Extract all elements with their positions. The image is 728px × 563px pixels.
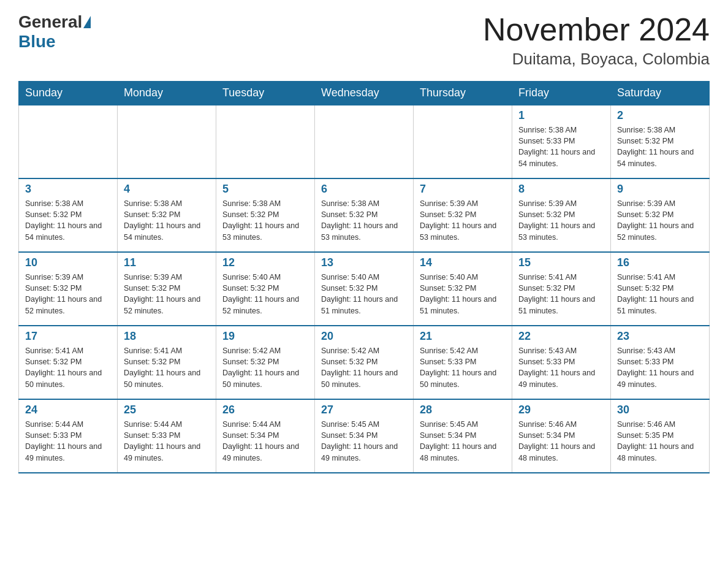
day-info: Sunrise: 5:38 AM Sunset: 5:32 PM Dayligh… bbox=[222, 198, 308, 243]
calendar-week-row: 10Sunrise: 5:39 AM Sunset: 5:32 PM Dayli… bbox=[19, 252, 710, 326]
day-number: 27 bbox=[321, 404, 407, 416]
day-number: 28 bbox=[420, 404, 506, 416]
day-number: 8 bbox=[518, 183, 604, 196]
day-number: 20 bbox=[321, 330, 407, 343]
calendar-cell: 14Sunrise: 5:40 AM Sunset: 5:32 PM Dayli… bbox=[414, 252, 512, 326]
logo: General Blue bbox=[18, 12, 92, 52]
calendar-cell: 26Sunrise: 5:44 AM Sunset: 5:34 PM Dayli… bbox=[216, 399, 315, 473]
day-info: Sunrise: 5:41 AM Sunset: 5:32 PM Dayligh… bbox=[124, 345, 210, 390]
calendar-cell bbox=[216, 105, 315, 178]
calendar-cell: 2Sunrise: 5:38 AM Sunset: 5:32 PM Daylig… bbox=[611, 105, 710, 178]
calendar-cell: 22Sunrise: 5:43 AM Sunset: 5:33 PM Dayli… bbox=[512, 326, 611, 399]
calendar-cell: 17Sunrise: 5:41 AM Sunset: 5:32 PM Dayli… bbox=[19, 326, 118, 399]
day-number: 6 bbox=[321, 183, 407, 196]
logo-general-text: General bbox=[18, 12, 82, 32]
calendar-cell: 7Sunrise: 5:39 AM Sunset: 5:32 PM Daylig… bbox=[414, 178, 512, 252]
col-header-friday: Friday bbox=[512, 82, 611, 105]
day-info: Sunrise: 5:43 AM Sunset: 5:33 PM Dayligh… bbox=[518, 345, 604, 390]
day-info: Sunrise: 5:38 AM Sunset: 5:32 PM Dayligh… bbox=[124, 198, 210, 243]
calendar-cell: 13Sunrise: 5:40 AM Sunset: 5:32 PM Dayli… bbox=[315, 252, 414, 326]
calendar-week-row: 24Sunrise: 5:44 AM Sunset: 5:33 PM Dayli… bbox=[19, 399, 710, 473]
day-number: 5 bbox=[222, 183, 308, 196]
calendar-header-row: SundayMondayTuesdayWednesdayThursdayFrid… bbox=[19, 82, 710, 105]
day-info: Sunrise: 5:39 AM Sunset: 5:32 PM Dayligh… bbox=[124, 272, 210, 316]
col-header-wednesday: Wednesday bbox=[315, 82, 414, 105]
calendar-cell: 3Sunrise: 5:38 AM Sunset: 5:32 PM Daylig… bbox=[19, 178, 118, 252]
page-header: General Blue November 2024 Duitama, Boya… bbox=[18, 12, 710, 69]
col-header-sunday: Sunday bbox=[19, 82, 118, 105]
day-info: Sunrise: 5:39 AM Sunset: 5:32 PM Dayligh… bbox=[25, 272, 111, 316]
calendar-cell: 30Sunrise: 5:46 AM Sunset: 5:35 PM Dayli… bbox=[611, 399, 710, 473]
calendar-table: SundayMondayTuesdayWednesdayThursdayFrid… bbox=[18, 81, 710, 473]
day-info: Sunrise: 5:44 AM Sunset: 5:33 PM Dayligh… bbox=[25, 419, 111, 464]
day-info: Sunrise: 5:39 AM Sunset: 5:32 PM Dayligh… bbox=[518, 198, 604, 243]
day-number: 12 bbox=[222, 256, 308, 269]
calendar-week-row: 1Sunrise: 5:38 AM Sunset: 5:33 PM Daylig… bbox=[19, 105, 710, 178]
calendar-cell: 15Sunrise: 5:41 AM Sunset: 5:32 PM Dayli… bbox=[512, 252, 611, 326]
day-number: 13 bbox=[321, 256, 407, 269]
day-number: 2 bbox=[617, 109, 703, 122]
calendar-cell: 19Sunrise: 5:42 AM Sunset: 5:32 PM Dayli… bbox=[216, 326, 315, 399]
day-number: 21 bbox=[420, 330, 506, 343]
calendar-cell: 5Sunrise: 5:38 AM Sunset: 5:32 PM Daylig… bbox=[216, 178, 315, 252]
calendar-cell: 28Sunrise: 5:45 AM Sunset: 5:34 PM Dayli… bbox=[414, 399, 512, 473]
day-info: Sunrise: 5:40 AM Sunset: 5:32 PM Dayligh… bbox=[222, 272, 308, 316]
day-number: 26 bbox=[222, 404, 308, 416]
day-info: Sunrise: 5:40 AM Sunset: 5:32 PM Dayligh… bbox=[420, 272, 506, 316]
day-number: 3 bbox=[25, 183, 111, 196]
calendar-cell: 12Sunrise: 5:40 AM Sunset: 5:32 PM Dayli… bbox=[216, 252, 315, 326]
calendar-cell: 8Sunrise: 5:39 AM Sunset: 5:32 PM Daylig… bbox=[512, 178, 611, 252]
col-header-monday: Monday bbox=[118, 82, 216, 105]
calendar-cell: 18Sunrise: 5:41 AM Sunset: 5:32 PM Dayli… bbox=[118, 326, 216, 399]
calendar-cell bbox=[19, 105, 118, 178]
day-info: Sunrise: 5:43 AM Sunset: 5:33 PM Dayligh… bbox=[617, 345, 703, 390]
calendar-cell: 6Sunrise: 5:38 AM Sunset: 5:32 PM Daylig… bbox=[315, 178, 414, 252]
day-number: 17 bbox=[25, 330, 111, 343]
day-number: 14 bbox=[420, 256, 506, 269]
day-number: 9 bbox=[617, 183, 703, 196]
day-info: Sunrise: 5:45 AM Sunset: 5:34 PM Dayligh… bbox=[321, 419, 407, 464]
calendar-cell: 9Sunrise: 5:39 AM Sunset: 5:32 PM Daylig… bbox=[611, 178, 710, 252]
calendar-cell: 10Sunrise: 5:39 AM Sunset: 5:32 PM Dayli… bbox=[19, 252, 118, 326]
month-year-title: November 2024 bbox=[483, 12, 710, 47]
day-info: Sunrise: 5:44 AM Sunset: 5:34 PM Dayligh… bbox=[222, 419, 308, 464]
col-header-tuesday: Tuesday bbox=[216, 82, 315, 105]
day-info: Sunrise: 5:44 AM Sunset: 5:33 PM Dayligh… bbox=[124, 419, 210, 464]
calendar-cell: 11Sunrise: 5:39 AM Sunset: 5:32 PM Dayli… bbox=[118, 252, 216, 326]
title-block: November 2024 Duitama, Boyaca, Colombia bbox=[483, 12, 710, 69]
day-info: Sunrise: 5:46 AM Sunset: 5:35 PM Dayligh… bbox=[617, 419, 703, 464]
day-info: Sunrise: 5:42 AM Sunset: 5:33 PM Dayligh… bbox=[420, 345, 506, 390]
day-info: Sunrise: 5:39 AM Sunset: 5:32 PM Dayligh… bbox=[617, 198, 703, 243]
calendar-week-row: 17Sunrise: 5:41 AM Sunset: 5:32 PM Dayli… bbox=[19, 326, 710, 399]
day-info: Sunrise: 5:45 AM Sunset: 5:34 PM Dayligh… bbox=[420, 419, 506, 464]
day-number: 7 bbox=[420, 183, 506, 196]
day-number: 1 bbox=[518, 109, 604, 122]
logo-blue-text: Blue bbox=[18, 32, 56, 51]
day-number: 29 bbox=[518, 404, 604, 416]
calendar-cell bbox=[414, 105, 512, 178]
calendar-week-row: 3Sunrise: 5:38 AM Sunset: 5:32 PM Daylig… bbox=[19, 178, 710, 252]
day-info: Sunrise: 5:38 AM Sunset: 5:32 PM Dayligh… bbox=[321, 198, 407, 243]
day-number: 30 bbox=[617, 404, 703, 416]
col-header-saturday: Saturday bbox=[611, 82, 710, 105]
day-number: 25 bbox=[124, 404, 210, 416]
day-info: Sunrise: 5:38 AM Sunset: 5:33 PM Dayligh… bbox=[518, 124, 604, 169]
day-info: Sunrise: 5:38 AM Sunset: 5:32 PM Dayligh… bbox=[617, 124, 703, 169]
day-info: Sunrise: 5:41 AM Sunset: 5:32 PM Dayligh… bbox=[518, 272, 604, 316]
calendar-cell bbox=[315, 105, 414, 178]
day-info: Sunrise: 5:42 AM Sunset: 5:32 PM Dayligh… bbox=[222, 345, 308, 390]
day-info: Sunrise: 5:42 AM Sunset: 5:32 PM Dayligh… bbox=[321, 345, 407, 390]
calendar-cell: 27Sunrise: 5:45 AM Sunset: 5:34 PM Dayli… bbox=[315, 399, 414, 473]
calendar-cell: 16Sunrise: 5:41 AM Sunset: 5:32 PM Dayli… bbox=[611, 252, 710, 326]
calendar-cell: 24Sunrise: 5:44 AM Sunset: 5:33 PM Dayli… bbox=[19, 399, 118, 473]
day-info: Sunrise: 5:40 AM Sunset: 5:32 PM Dayligh… bbox=[321, 272, 407, 316]
day-number: 10 bbox=[25, 256, 111, 269]
day-number: 23 bbox=[617, 330, 703, 343]
day-info: Sunrise: 5:38 AM Sunset: 5:32 PM Dayligh… bbox=[25, 198, 111, 243]
calendar-cell: 25Sunrise: 5:44 AM Sunset: 5:33 PM Dayli… bbox=[118, 399, 216, 473]
day-number: 24 bbox=[25, 404, 111, 416]
day-number: 18 bbox=[124, 330, 210, 343]
day-info: Sunrise: 5:39 AM Sunset: 5:32 PM Dayligh… bbox=[420, 198, 506, 243]
calendar-cell: 23Sunrise: 5:43 AM Sunset: 5:33 PM Dayli… bbox=[611, 326, 710, 399]
day-number: 4 bbox=[124, 183, 210, 196]
